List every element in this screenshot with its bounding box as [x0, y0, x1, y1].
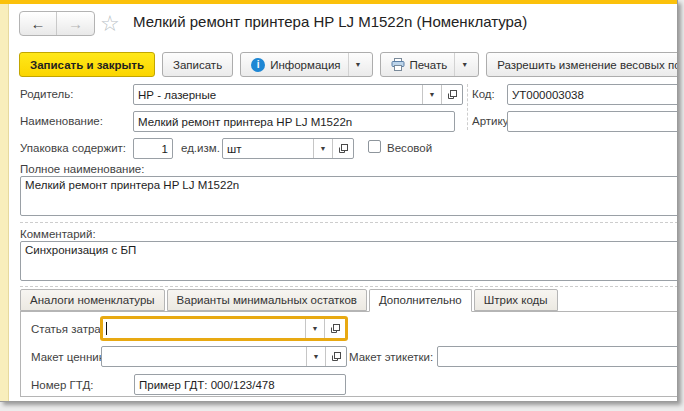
tab-barcodes[interactable]: Штрих коды: [474, 289, 558, 311]
parent-combo[interactable]: ▼: [133, 84, 463, 105]
name-field[interactable]: [133, 111, 455, 132]
customs-number-field[interactable]: [134, 374, 346, 395]
save-label: Записать: [173, 59, 222, 71]
save-and-close-button[interactable]: Записать и закрыть: [19, 52, 155, 77]
tab-strip: Аналоги номенклатуры Варианты минимальны…: [20, 289, 558, 312]
back-button[interactable]: ←: [20, 12, 57, 35]
unit-combo[interactable]: ▼: [222, 138, 354, 159]
cost-item-label: Статья затрат:: [31, 323, 109, 335]
cost-item-open-picker-icon[interactable]: [324, 319, 345, 338]
history-nav-group: ← →: [19, 11, 95, 36]
name-label: Наименование:: [20, 115, 103, 127]
forward-arrow-icon: →: [68, 15, 83, 32]
separator: [20, 222, 678, 223]
parent-open-picker-icon[interactable]: [441, 85, 462, 104]
info-icon: i: [251, 58, 265, 72]
column-separator: [467, 84, 468, 130]
tab-analogs-label: Аналоги номенклатуры: [30, 294, 155, 306]
top-accent-bar: [0, 0, 677, 4]
separator: [20, 286, 678, 287]
printer-icon: [391, 58, 405, 71]
price-tag-dropdown-arrow-icon[interactable]: ▼: [306, 347, 325, 366]
left-accent-strip: [0, 4, 9, 402]
save-button[interactable]: Записать: [162, 52, 233, 77]
code-label: Код:: [472, 88, 495, 100]
weighted-label: Весовой: [387, 142, 432, 154]
package-contains-field[interactable]: [133, 138, 173, 159]
allow-weight-fields-label: Разрешить изменение весовых полей: [497, 59, 678, 71]
cost-item-dropdown-arrow-icon[interactable]: ▼: [305, 319, 324, 338]
article-field[interactable]: [507, 111, 678, 132]
customs-number-label: Номер ГТД:: [31, 379, 93, 391]
save-and-close-label: Записать и закрыть: [30, 59, 144, 71]
parent-dropdown-arrow-icon[interactable]: ▼: [422, 85, 441, 104]
cost-item-input[interactable]: [107, 319, 305, 338]
information-label: Информация: [270, 59, 340, 71]
tab-barcodes-label: Штрих коды: [484, 294, 548, 306]
weighted-checkbox[interactable]: [368, 140, 381, 153]
tab-additional-label: Дополнительно: [379, 294, 462, 306]
price-tag-layout-input[interactable]: [102, 347, 306, 366]
print-label: Печать: [410, 59, 448, 71]
page-title: Мелкий ремонт принтера HP LJ M1522n (Ном…: [133, 13, 527, 30]
print-button[interactable]: Печать ▼: [380, 52, 480, 77]
tab-analogs[interactable]: Аналоги номенклатуры: [20, 289, 165, 311]
comment-label: Комментарий:: [20, 228, 96, 240]
full-name-label: Полное наименование:: [20, 163, 144, 175]
parent-input[interactable]: [134, 85, 422, 104]
unit-label: ед.изм.: [181, 142, 220, 154]
forward-button[interactable]: →: [57, 12, 94, 35]
additional-tab-panel: Статья затрат: ▼ Макет ценника: ▼ Макет …: [20, 311, 678, 397]
tab-min-stock-variants[interactable]: Варианты минимальных остатков: [167, 289, 367, 311]
favorites-star-icon[interactable]: ☆: [100, 11, 120, 37]
price-tag-open-picker-icon[interactable]: [325, 347, 346, 366]
price-tag-layout-combo[interactable]: ▼: [101, 346, 347, 367]
back-arrow-icon: ←: [31, 15, 46, 32]
cost-item-combo[interactable]: ▼: [101, 317, 347, 340]
toolbar: Записать и закрыть Записать i Информация…: [19, 52, 678, 77]
allow-weight-fields-button[interactable]: Разрешить изменение весовых полей: [486, 52, 678, 77]
screen: ← → ☆ Мелкий ремонт принтера HP LJ M1522…: [0, 0, 684, 411]
tab-min-stock-variants-label: Варианты минимальных остатков: [177, 294, 357, 306]
unit-input[interactable]: [223, 139, 313, 158]
code-field[interactable]: [507, 84, 678, 105]
nomenclature-form-window: ← → ☆ Мелкий ремонт принтера HP LJ M1522…: [0, 0, 678, 402]
unit-open-picker-icon[interactable]: [332, 139, 353, 158]
comment-textarea[interactable]: Синхронизация с БП: [20, 241, 678, 281]
unit-dropdown-arrow-icon[interactable]: ▼: [313, 139, 332, 158]
parent-label: Родитель:: [20, 88, 74, 100]
package-contains-label: Упаковка содержит:: [20, 142, 126, 154]
label-layout-label: Макет этикетки:: [349, 351, 433, 363]
tab-additional[interactable]: Дополнительно: [369, 289, 472, 312]
full-name-textarea[interactable]: Мелкий ремонт принтера HP LJ M1522n: [20, 176, 678, 216]
information-dropdown-arrow-icon[interactable]: ▼: [348, 53, 362, 76]
print-dropdown-arrow-icon[interactable]: ▼: [454, 53, 468, 76]
label-layout-field[interactable]: [437, 346, 678, 367]
information-button[interactable]: i Информация ▼: [240, 52, 372, 77]
